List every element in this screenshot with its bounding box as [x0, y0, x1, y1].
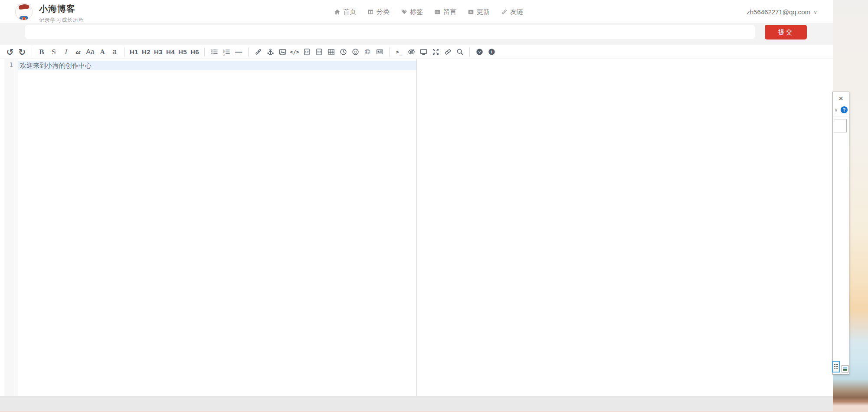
- nav-messages[interactable]: 留言: [434, 8, 456, 16]
- h5-button[interactable]: H5: [177, 46, 188, 58]
- nav-updates[interactable]: 更新: [468, 8, 490, 16]
- goto-line-button[interactable]: >_: [393, 46, 405, 58]
- help-icon: ?: [476, 48, 483, 56]
- file-code-icon: [315, 48, 323, 56]
- caret-up-square-icon: [468, 9, 474, 15]
- preview-button[interactable]: [418, 46, 429, 58]
- svg-text:?: ?: [478, 49, 481, 54]
- pagebreak-button[interactable]: [374, 46, 385, 58]
- page-footer: [0, 396, 833, 411]
- thumbnail-image: [843, 367, 847, 371]
- ucwords-button[interactable]: Aa: [85, 46, 96, 58]
- table-icon: [328, 48, 335, 56]
- list-view-button[interactable]: [832, 361, 840, 372]
- chevron-down-icon: ∨: [813, 9, 817, 15]
- search-button[interactable]: [454, 46, 465, 58]
- line-number: 1: [4, 61, 17, 68]
- editor-text: 欢迎来到小海的创作中心: [20, 62, 92, 70]
- site-title[interactable]: 小海博客: [39, 3, 84, 15]
- list-lines-icon: [834, 363, 838, 370]
- toolbar-divider: [389, 48, 390, 56]
- preformatted-text-button[interactable]: [301, 46, 312, 58]
- watch-button[interactable]: [406, 46, 417, 58]
- submit-button[interactable]: 提交: [765, 25, 807, 40]
- chain-icon: [255, 48, 262, 56]
- side-popup-input[interactable]: [834, 119, 847, 132]
- strikethrough-button[interactable]: S: [48, 46, 59, 58]
- preview-pane: [417, 59, 833, 396]
- nav-tags[interactable]: 标签: [401, 8, 423, 16]
- home-icon: [334, 9, 341, 15]
- list-ol-button[interactable]: 123: [221, 46, 232, 58]
- uppercase-button[interactable]: A: [97, 46, 108, 58]
- chain-icon: [501, 9, 508, 15]
- redo-button[interactable]: ↻: [16, 46, 28, 58]
- active-line[interactable]: 欢迎来到小海的创作中心: [18, 61, 416, 70]
- anchor-icon: [267, 48, 274, 56]
- h6-button[interactable]: H6: [189, 46, 200, 58]
- user-menu[interactable]: zh56462271@qq.com ∨: [747, 0, 817, 24]
- table-button[interactable]: [325, 46, 337, 58]
- quote-button[interactable]: “: [72, 46, 84, 58]
- image-icon: [279, 48, 286, 56]
- h3-button[interactable]: H3: [153, 46, 164, 58]
- list-ul-button[interactable]: [209, 46, 220, 58]
- site-title-block: 小海博客 记录学习成长历程: [39, 3, 84, 24]
- emoji-button[interactable]: [350, 46, 361, 58]
- code-button[interactable]: </>: [289, 46, 300, 58]
- eraser-icon: [444, 48, 452, 56]
- post-title-input[interactable]: [25, 25, 755, 39]
- file-code-icon: [303, 48, 311, 56]
- editor-toolbar: ↺ ↻ B S I: [0, 45, 833, 59]
- h4-button[interactable]: H4: [165, 46, 176, 58]
- bold-button[interactable]: B: [36, 46, 47, 58]
- newspaper-icon: [376, 48, 383, 56]
- clock-icon: [340, 48, 347, 56]
- fullscreen-button[interactable]: [430, 46, 441, 58]
- site-header: 小海博客 记录学习成长历程 首页 分类: [0, 0, 833, 24]
- toolbar-divider: [469, 48, 470, 56]
- italic-button[interactable]: I: [60, 46, 72, 58]
- nav-friend-links[interactable]: 友链: [501, 8, 523, 16]
- expand-arrows-icon: [432, 48, 439, 56]
- anchor-button[interactable]: [265, 46, 276, 58]
- side-popup: × ∨ ?: [832, 92, 849, 375]
- smiley-icon: [352, 48, 359, 56]
- site-logo-avatar[interactable]: [15, 3, 33, 20]
- html-entities-button[interactable]: ©: [362, 46, 373, 58]
- help-badge[interactable]: ?: [841, 106, 848, 113]
- toolbar-divider: [124, 48, 124, 56]
- undo-button[interactable]: ↺: [4, 46, 16, 58]
- main-content: 小海博客 记录学习成长历程 首页 分类: [0, 0, 833, 411]
- list-ol-icon: 123: [223, 48, 230, 56]
- datetime-button[interactable]: [337, 46, 349, 58]
- h1-button[interactable]: H1: [128, 46, 140, 58]
- toolbar-divider: [32, 48, 32, 56]
- nav-home[interactable]: 首页: [334, 8, 356, 16]
- image-view-button[interactable]: [842, 365, 848, 372]
- info-icon: i: [488, 48, 495, 56]
- toolbar-divider: [204, 48, 205, 56]
- close-icon[interactable]: ×: [833, 94, 849, 103]
- list-ul-icon: [211, 48, 218, 56]
- image-button[interactable]: [277, 46, 288, 58]
- code-block-button[interactable]: [313, 46, 324, 58]
- help-button[interactable]: ?: [474, 46, 485, 58]
- markdown-editor: 1 欢迎来到小海的创作中心: [0, 59, 833, 396]
- compose-bar: 提交: [0, 24, 833, 45]
- h2-button[interactable]: H2: [141, 46, 152, 58]
- main-nav: 首页 分类 标签 留言: [334, 0, 523, 24]
- tags-icon: [401, 9, 407, 15]
- lowercase-button[interactable]: a: [109, 46, 120, 58]
- side-popup-footer: [833, 361, 849, 372]
- link-button[interactable]: [252, 46, 264, 58]
- hr-button[interactable]: —: [233, 46, 244, 58]
- clear-button[interactable]: [442, 46, 453, 58]
- nav-categories[interactable]: 分类: [367, 8, 390, 16]
- select-chevron-icon[interactable]: ∨: [834, 107, 838, 113]
- info-button[interactable]: i: [486, 46, 497, 58]
- svg-text:3: 3: [223, 53, 224, 56]
- blog-editor-page: 小海博客 记录学习成长历程 首页 分类: [0, 0, 868, 412]
- code-pane[interactable]: 欢迎来到小海的创作中心: [18, 59, 416, 396]
- search-icon: [456, 48, 464, 56]
